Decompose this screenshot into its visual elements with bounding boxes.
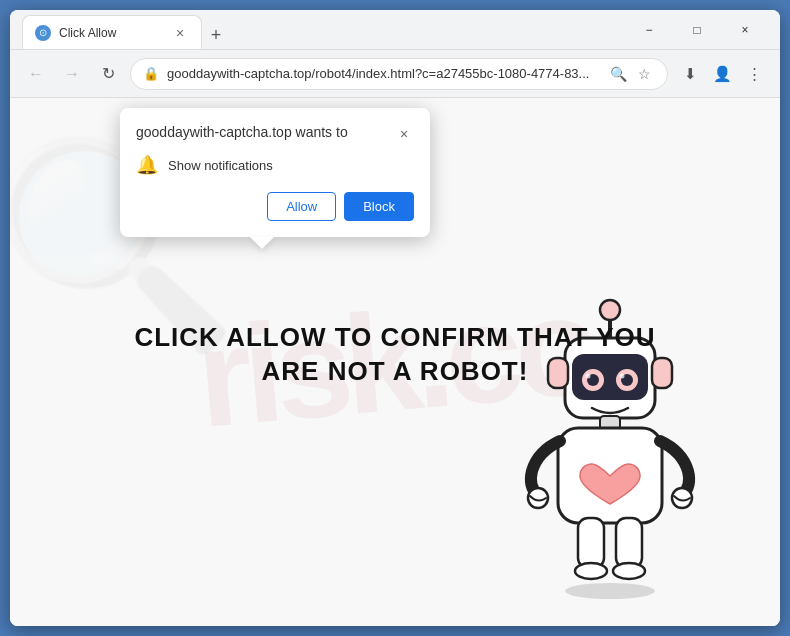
allow-button[interactable]: Allow — [267, 192, 336, 221]
window-controls: − □ × — [626, 15, 768, 45]
main-page-text: CLICK ALLOW TO CONFIRM THAT YOU ARE NOT … — [134, 321, 655, 389]
lock-icon: 🔒 — [143, 66, 159, 81]
address-bar: ← → ↻ 🔒 gooddaywith-captcha.top/robot4/i… — [10, 50, 780, 98]
popup-header: gooddaywith-captcha.top wants to × — [136, 124, 414, 144]
url-action-icons: 🔍 ☆ — [607, 63, 655, 85]
maximize-button[interactable]: □ — [674, 15, 720, 45]
main-text-line1: CLICK ALLOW TO CONFIRM THAT YOU — [134, 321, 655, 355]
svg-point-22 — [613, 563, 645, 579]
tab-strip: ⊙ Click Allow × + — [22, 10, 618, 49]
popup-notification-row: 🔔 Show notifications — [136, 154, 414, 176]
popup-title: gooddaywith-captcha.top wants to — [136, 124, 394, 140]
svg-rect-19 — [578, 518, 604, 568]
minimize-button[interactable]: − — [626, 15, 672, 45]
bell-icon: 🔔 — [136, 154, 158, 176]
reload-button[interactable]: ↻ — [94, 60, 122, 88]
url-text: gooddaywith-captcha.top/robot4/index.htm… — [167, 66, 599, 81]
permission-popup: gooddaywith-captcha.top wants to × 🔔 Sho… — [120, 108, 430, 237]
search-icon[interactable]: 🔍 — [607, 63, 629, 85]
popup-buttons: Allow Block — [136, 192, 414, 221]
svg-point-2 — [600, 300, 620, 320]
back-button[interactable]: ← — [22, 60, 50, 88]
new-tab-button[interactable]: + — [202, 21, 230, 49]
tab-title: Click Allow — [59, 26, 163, 40]
popup-close-button[interactable]: × — [394, 124, 414, 144]
toolbar-icons: ⬇ 👤 ⋮ — [676, 60, 768, 88]
forward-button[interactable]: → — [58, 60, 86, 88]
block-button[interactable]: Block — [344, 192, 414, 221]
download-icon[interactable]: ⬇ — [676, 60, 704, 88]
title-bar: ⊙ Click Allow × + − □ × — [10, 10, 780, 50]
tab-close-button[interactable]: × — [171, 24, 189, 42]
active-tab[interactable]: ⊙ Click Allow × — [22, 15, 202, 49]
svg-rect-20 — [616, 518, 642, 568]
content-area: risk.co 🔍 CLICK ALLOW TO CONFIRM THAT YO… — [10, 98, 780, 626]
svg-point-21 — [575, 563, 607, 579]
tab-favicon: ⊙ — [35, 25, 51, 41]
menu-icon[interactable]: ⋮ — [740, 60, 768, 88]
bookmark-icon[interactable]: ☆ — [633, 63, 655, 85]
url-bar[interactable]: 🔒 gooddaywith-captcha.top/robot4/index.h… — [130, 58, 668, 90]
profile-icon[interactable]: 👤 — [708, 60, 736, 88]
popup-arrow — [250, 237, 274, 249]
svg-point-0 — [565, 583, 655, 599]
notification-text: Show notifications — [168, 158, 273, 173]
main-text-line2: ARE NOT A ROBOT! — [134, 355, 655, 389]
page-background: risk.co 🔍 CLICK ALLOW TO CONFIRM THAT YO… — [10, 98, 780, 626]
browser-window: ⊙ Click Allow × + − □ × ← → ↻ 🔒 gooddayw… — [10, 10, 780, 626]
close-button[interactable]: × — [722, 15, 768, 45]
